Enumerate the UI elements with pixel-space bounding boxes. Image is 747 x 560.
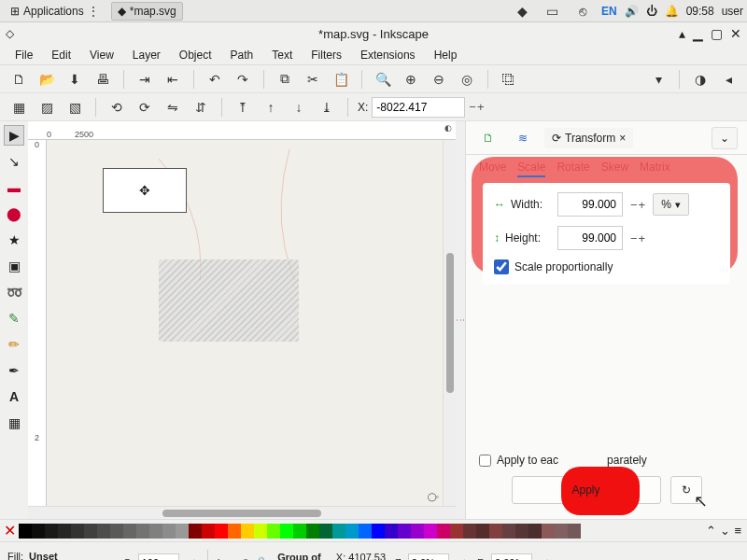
color-swatch[interactable] (215, 524, 228, 539)
color-swatch[interactable] (97, 524, 110, 539)
rotation-increment-icon[interactable]: + (544, 555, 552, 560)
x-coordinate-input[interactable] (372, 97, 465, 118)
color-swatch[interactable] (71, 524, 84, 539)
color-swatch[interactable] (319, 524, 332, 539)
node-tool[interactable]: ↘ (4, 151, 24, 172)
x-increment-icon[interactable]: + (477, 100, 485, 114)
undo-icon[interactable]: ↶ (204, 68, 226, 91)
select-all-icon[interactable]: ▨ (35, 96, 58, 119)
color-swatch[interactable] (463, 524, 476, 539)
color-swatch[interactable] (176, 524, 189, 539)
color-swatch[interactable] (385, 524, 398, 539)
ellipse-tool[interactable]: ⬤ (4, 203, 24, 224)
width-decrement-icon[interactable]: − (630, 198, 638, 212)
width-input[interactable] (557, 192, 623, 217)
close-tab-icon[interactable]: × (619, 132, 626, 145)
palette-menu-icon[interactable]: ≡ (734, 524, 741, 538)
cut-icon[interactable]: ✂ (302, 68, 324, 91)
unit-select[interactable]: %▾ (653, 193, 689, 216)
color-swatch[interactable] (241, 524, 254, 539)
subtab-rotate[interactable]: Rotate (557, 161, 589, 177)
color-swatch[interactable] (372, 524, 385, 539)
color-swatch[interactable] (32, 524, 45, 539)
import-icon[interactable]: ⇥ (134, 68, 156, 91)
menu-edit[interactable]: Edit (44, 47, 78, 63)
fill-stroke-indicator[interactable]: Fill:Unset Stroke:Unset 0.265 (7, 551, 114, 561)
raise-icon[interactable]: ↑ (260, 96, 282, 119)
apply-each-checkbox[interactable] (479, 455, 491, 467)
selector-tool[interactable]: ▶ (4, 125, 24, 146)
window-maximize-icon[interactable]: ▢ (711, 26, 723, 41)
applications-menu[interactable]: ⊞ Applications ⋮ (4, 2, 106, 21)
new-doc-icon[interactable]: 🗋 (7, 68, 30, 91)
notifications-icon[interactable]: 🔔 (665, 5, 679, 18)
color-swatch[interactable] (568, 524, 581, 539)
copy-icon[interactable]: ⧉ (274, 68, 296, 91)
color-swatch[interactable] (555, 524, 568, 539)
color-swatch[interactable] (489, 524, 502, 539)
gradient-tool[interactable]: ▦ (4, 413, 24, 433)
color-swatch[interactable] (411, 524, 424, 539)
opacity-increment-icon[interactable]: + (190, 555, 198, 560)
subtab-scale[interactable]: Scale (517, 161, 545, 177)
zoom-increment-icon[interactable]: + (460, 555, 468, 560)
panel-tab-transform[interactable]: ⟳ Transform × (544, 128, 633, 148)
menu-file[interactable]: File (7, 47, 40, 63)
color-swatch[interactable] (162, 524, 176, 539)
menu-object[interactable]: Object (172, 47, 219, 63)
zoom-input[interactable] (408, 553, 449, 561)
menu-filters[interactable]: Filters (303, 47, 349, 63)
horizontal-ruler[interactable]: 0 2500 ◐ (28, 121, 456, 140)
width-increment-icon[interactable]: + (639, 198, 646, 212)
rotate-cw-icon[interactable]: ⟳ (134, 96, 156, 119)
rectangle-tool[interactable]: ▬ (4, 177, 24, 198)
vertical-scrollbar[interactable] (443, 140, 456, 506)
power-icon[interactable]: ⏻ (646, 5, 657, 18)
layer-indicator[interactable]: La... 👁 🔒 (218, 556, 268, 560)
color-swatch[interactable] (228, 524, 241, 539)
color-swatch[interactable] (306, 524, 319, 539)
color-swatch[interactable] (19, 524, 32, 539)
color-swatch[interactable] (189, 524, 202, 539)
palette-up-icon[interactable]: ⌃ (706, 524, 716, 538)
color-swatch[interactable] (58, 524, 71, 539)
user-menu[interactable]: user (722, 5, 743, 18)
taskbar-item-inkscape[interactable]: ◆ *map.svg (111, 2, 183, 21)
pencil-tool[interactable]: ✏ (4, 334, 24, 355)
scrollbar-thumb[interactable] (162, 510, 321, 517)
3dbox-tool[interactable]: ▣ (4, 256, 24, 276)
color-swatch[interactable] (280, 524, 293, 539)
zoom-drawing-icon[interactable]: ⊕ (400, 68, 422, 91)
opacity-input[interactable] (138, 553, 179, 561)
color-swatch[interactable] (515, 524, 529, 539)
palette-down-icon[interactable]: ⌄ (720, 524, 730, 538)
menu-help[interactable]: Help (427, 47, 465, 63)
color-swatch[interactable] (45, 524, 58, 539)
color-swatch[interactable] (502, 524, 515, 539)
color-swatch[interactable] (450, 524, 463, 539)
flip-v-icon[interactable]: ⇵ (190, 96, 212, 119)
visibility-icon[interactable]: 👁 (241, 557, 251, 561)
color-swatch[interactable] (110, 524, 123, 539)
tray-network-icon[interactable]: ⎋ (571, 0, 594, 22)
export-icon[interactable]: ⇤ (162, 68, 184, 91)
calligraphy-tool[interactable]: ✒ (4, 360, 24, 381)
color-swatch[interactable] (542, 524, 555, 539)
color-swatch[interactable] (267, 524, 280, 539)
open-icon[interactable]: 📂 (35, 68, 58, 91)
menu-layer[interactable]: Layer (125, 47, 168, 63)
paste-icon[interactable]: 📋 (330, 68, 352, 91)
window-minimize-icon[interactable]: ▁ (693, 26, 703, 41)
tray-inkscape-icon[interactable]: ◆ (512, 0, 534, 22)
color-swatch[interactable] (332, 524, 345, 539)
zoom-decrement-icon[interactable]: − (453, 555, 460, 560)
vertical-ruler[interactable]: 0 2 (28, 140, 47, 506)
clone-icon[interactable]: ▾ (647, 68, 669, 91)
star-tool[interactable]: ★ (4, 230, 24, 250)
volume-icon[interactable]: 🔊 (625, 5, 639, 18)
selected-object[interactable]: ✥ (103, 168, 187, 213)
color-swatch[interactable] (123, 524, 136, 539)
duplicate-icon[interactable]: ⿻ (498, 68, 520, 91)
horizontal-scrollbar[interactable] (28, 506, 456, 519)
text-tool[interactable]: A (4, 386, 24, 407)
